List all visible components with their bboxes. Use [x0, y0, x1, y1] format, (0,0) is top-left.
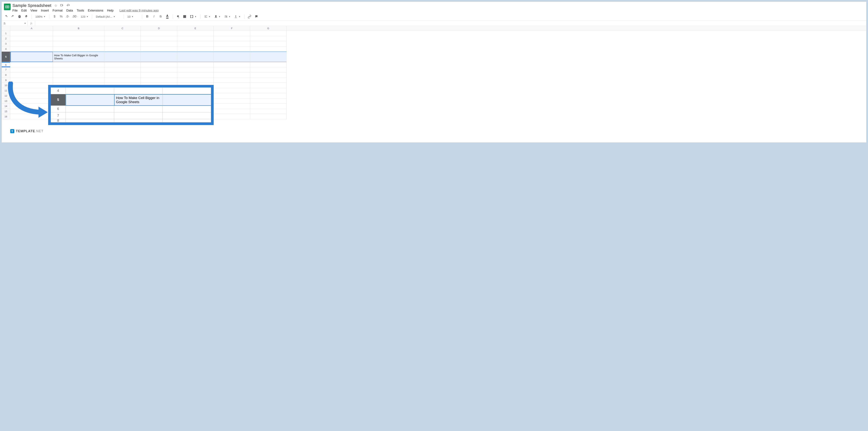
- row-header[interactable]: 6: [2, 62, 10, 67]
- grid-cell[interactable]: [214, 93, 250, 98]
- grid-cell[interactable]: [250, 104, 286, 109]
- grid-cell[interactable]: [53, 36, 104, 41]
- grid-cell[interactable]: [53, 46, 104, 52]
- grid-cell[interactable]: [141, 41, 177, 46]
- increase-decimal-button[interactable]: .00→: [72, 14, 78, 19]
- grid-cell[interactable]: [10, 67, 53, 72]
- redo-button[interactable]: [10, 14, 16, 19]
- menu-insert[interactable]: Insert: [41, 9, 49, 12]
- column-header-F[interactable]: F: [214, 26, 250, 31]
- grid-cell[interactable]: [250, 36, 286, 41]
- select-all-corner[interactable]: [2, 26, 10, 31]
- menu-tools[interactable]: Tools: [77, 9, 84, 12]
- text-color-button[interactable]: A: [165, 14, 170, 19]
- borders-button[interactable]: [182, 14, 187, 19]
- grid-cell[interactable]: [250, 31, 286, 36]
- column-header-C[interactable]: C: [104, 26, 141, 31]
- grid-cell[interactable]: How To Make Cell Bigger in Google Sheets: [53, 52, 104, 62]
- grid-cell[interactable]: [177, 52, 214, 62]
- strikethrough-button[interactable]: S: [158, 14, 163, 19]
- grid-cell[interactable]: [214, 52, 250, 62]
- grid-cell[interactable]: [104, 78, 141, 83]
- column-header-E[interactable]: E: [177, 26, 214, 31]
- grid-cell[interactable]: [141, 36, 177, 41]
- cloud-icon[interactable]: [66, 3, 70, 8]
- grid-cell[interactable]: [214, 36, 250, 41]
- formula-input[interactable]: [35, 21, 866, 26]
- insert-comment-button[interactable]: [254, 14, 259, 19]
- more-formats-dropdown[interactable]: 123▼: [80, 14, 89, 19]
- column-header-B[interactable]: B: [53, 26, 104, 31]
- star-icon[interactable]: ☆: [54, 3, 57, 8]
- grid-cell[interactable]: [141, 52, 177, 62]
- text-rotation-dropdown[interactable]: ▼: [233, 14, 242, 19]
- grid-cell[interactable]: [10, 72, 53, 78]
- column-header-D[interactable]: D: [141, 26, 177, 31]
- font-dropdown[interactable]: Default (Ari...▼: [95, 14, 121, 19]
- menu-data[interactable]: Data: [66, 9, 73, 12]
- grid-cell[interactable]: [177, 78, 214, 83]
- row-header[interactable]: 1: [2, 31, 10, 36]
- grid-cell[interactable]: [10, 62, 53, 67]
- grid-cell[interactable]: [177, 46, 214, 52]
- grid-cell[interactable]: [214, 109, 250, 114]
- grid-cell[interactable]: [53, 62, 104, 67]
- grid-cell[interactable]: [177, 41, 214, 46]
- paint-format-button[interactable]: [24, 14, 29, 19]
- horizontal-align-dropdown[interactable]: ▼: [203, 14, 212, 19]
- grid-cell[interactable]: [250, 52, 286, 62]
- grid-cell[interactable]: [53, 31, 104, 36]
- bold-button[interactable]: B: [145, 14, 150, 19]
- italic-button[interactable]: I: [151, 14, 157, 19]
- zoom-dropdown[interactable]: 100%▼: [34, 14, 46, 19]
- format-currency-button[interactable]: $: [52, 14, 57, 19]
- last-edit-link[interactable]: Last edit was 9 minutes ago: [119, 9, 159, 12]
- grid-cell[interactable]: [10, 36, 53, 41]
- grid-cell[interactable]: [10, 31, 53, 36]
- grid-cell[interactable]: [177, 67, 214, 72]
- app-logo[interactable]: [3, 3, 11, 10]
- move-icon[interactable]: [60, 3, 64, 8]
- grid-cell[interactable]: [250, 109, 286, 114]
- grid-cell[interactable]: [53, 78, 104, 83]
- column-header-G[interactable]: G: [250, 26, 286, 31]
- text-wrap-dropdown[interactable]: ▼: [223, 14, 232, 19]
- grid-cell[interactable]: [104, 67, 141, 72]
- grid-cell[interactable]: [141, 46, 177, 52]
- grid-cell[interactable]: [250, 62, 286, 67]
- grid-cell[interactable]: [214, 46, 250, 52]
- grid-cell[interactable]: [214, 41, 250, 46]
- grid-cell[interactable]: [250, 41, 286, 46]
- grid-cell[interactable]: [53, 41, 104, 46]
- decrease-decimal-button[interactable]: .0←: [65, 14, 70, 19]
- grid-cell[interactable]: [104, 52, 141, 62]
- grid-cell[interactable]: [53, 67, 104, 72]
- grid-cell[interactable]: [104, 41, 141, 46]
- column-header-A[interactable]: A: [10, 26, 53, 31]
- grid-cell[interactable]: [177, 72, 214, 78]
- vertical-align-dropdown[interactable]: ▼: [213, 14, 222, 19]
- grid-cell[interactable]: [141, 78, 177, 83]
- row-header[interactable]: 8: [2, 72, 10, 78]
- row-header[interactable]: 3: [2, 41, 10, 46]
- grid-cell[interactable]: [214, 88, 250, 93]
- fill-color-button[interactable]: [175, 14, 181, 19]
- grid-cell[interactable]: [214, 67, 250, 72]
- print-button[interactable]: [17, 14, 22, 19]
- grid-cell[interactable]: [250, 88, 286, 93]
- grid-cell[interactable]: [250, 72, 286, 78]
- grid-cell[interactable]: [104, 46, 141, 52]
- row-header[interactable]: 2: [2, 36, 10, 41]
- grid-cell[interactable]: [177, 31, 214, 36]
- grid-cell[interactable]: [250, 93, 286, 98]
- grid-cell[interactable]: [214, 114, 250, 119]
- grid-cell[interactable]: [10, 46, 53, 52]
- grid-cell[interactable]: [250, 67, 286, 72]
- insert-link-button[interactable]: [247, 14, 252, 19]
- grid-cell[interactable]: [214, 104, 250, 109]
- grid-cell[interactable]: [214, 98, 250, 104]
- grid-cell[interactable]: [104, 36, 141, 41]
- grid-cell[interactable]: [214, 83, 250, 88]
- menu-help[interactable]: Help: [107, 9, 114, 12]
- grid-cell[interactable]: [214, 62, 250, 67]
